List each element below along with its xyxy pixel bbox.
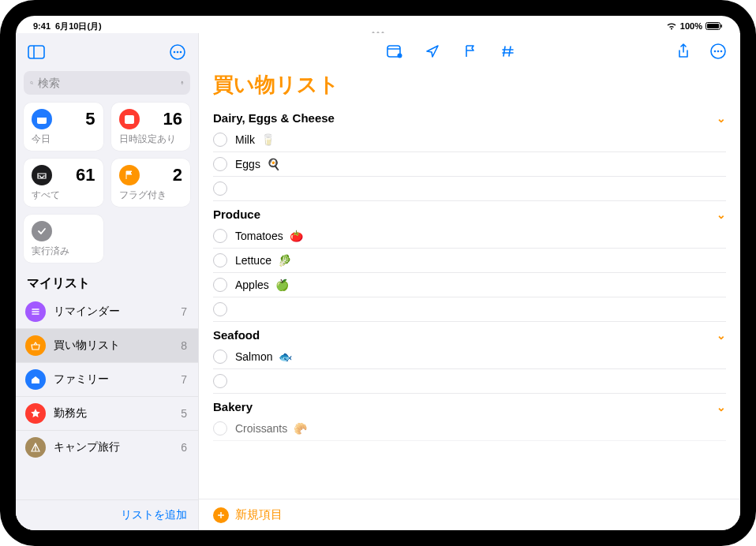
list-label: リマインダー: [54, 305, 173, 319]
all-count: 61: [76, 165, 95, 185]
section-produce: Produce ⌄ Tomatoes🍅 Lettuce🥬: [213, 203, 726, 322]
my-lists-header: マイリスト: [16, 271, 198, 295]
sidebar-list-reminders[interactable]: リマインダー 7: [16, 295, 198, 329]
screen: 9:41 6月10日(月) 100%: [16, 16, 740, 530]
chevron-down-icon: ⌄: [717, 329, 726, 342]
plus-circle-icon: ＋: [213, 507, 229, 523]
toolbar-location-button[interactable]: [421, 40, 443, 62]
item-emoji: 🥐: [294, 422, 307, 435]
item-text: Apples: [235, 279, 269, 291]
item-emoji: 🥛: [261, 133, 275, 146]
sidebar-toggle-button[interactable]: [25, 41, 47, 63]
checkbox[interactable]: [213, 278, 227, 292]
more-button[interactable]: [707, 40, 729, 62]
reminder-item[interactable]: Milk🥛: [213, 128, 726, 152]
svg-point-6: [174, 51, 176, 54]
reminder-item[interactable]: Eggs🍳: [213, 152, 726, 177]
star-icon: [25, 403, 46, 424]
sidebar-more-button[interactable]: [167, 41, 189, 63]
share-button[interactable]: [672, 40, 694, 62]
flag-icon: [119, 165, 140, 185]
checkbox[interactable]: [213, 229, 227, 243]
checkbox[interactable]: [213, 133, 227, 147]
mic-icon[interactable]: [181, 77, 184, 89]
reminder-empty-row[interactable]: [213, 177, 726, 201]
ellipsis-circle-icon: [709, 43, 727, 60]
checkbox[interactable]: [213, 421, 227, 436]
svg-rect-1: [707, 24, 719, 28]
search-input[interactable]: [38, 77, 176, 89]
reminder-item[interactable]: Apples🍏: [213, 273, 726, 297]
reminder-item[interactable]: Salmon🐟: [213, 345, 726, 369]
sidebar-list-camping[interactable]: キャンプ旅行 6: [16, 431, 198, 464]
section-title: Dairy, Eggs & Cheese: [213, 111, 335, 125]
ipad-frame: 9:41 6月10日(月) 100%: [0, 0, 756, 546]
toolbar-tag-button[interactable]: [497, 40, 519, 62]
item-text: Milk: [235, 133, 255, 146]
reminder-item[interactable]: Croissants🥐: [213, 417, 726, 441]
smart-list-all[interactable]: 61 すべて: [24, 159, 103, 207]
section-title: Produce: [213, 208, 260, 221]
item-text: Croissants: [235, 422, 287, 435]
section-header[interactable]: Seafood ⌄: [213, 323, 726, 345]
item-text: Eggs: [235, 158, 260, 170]
svg-line-10: [32, 84, 33, 84]
wifi-icon: [666, 22, 677, 30]
section-dairy: Dairy, Eggs & Cheese ⌄ Milk🥛 Eggs🍳: [213, 107, 726, 201]
checkbox[interactable]: [213, 253, 227, 267]
svg-point-8: [180, 51, 182, 54]
reminder-empty-row[interactable]: [213, 297, 726, 322]
scheduled-count: 16: [163, 109, 182, 129]
section-header[interactable]: Bakery ⌄: [213, 395, 726, 417]
sidebar: 5 今日 16 日時設定あり: [16, 33, 199, 530]
flagged-count: 2: [173, 165, 182, 185]
svg-point-17: [398, 54, 402, 58]
item-emoji: 🍅: [290, 230, 303, 242]
battery-icon: [705, 22, 723, 30]
svg-rect-3: [28, 46, 44, 58]
section-bakery: Bakery ⌄ Croissants🥐: [213, 395, 726, 441]
section-header[interactable]: Dairy, Eggs & Cheese ⌄: [213, 107, 726, 128]
svg-rect-14: [125, 115, 134, 124]
basket-icon: [25, 335, 46, 356]
reminder-empty-row[interactable]: [213, 369, 726, 394]
smart-list-flagged[interactable]: 2 フラグ付き: [111, 159, 191, 207]
main-panel: 買い物リスト Dairy, Eggs & Cheese ⌄ Milk🥛: [199, 33, 740, 530]
checkbox[interactable]: [213, 374, 227, 388]
sidebar-list-work[interactable]: 勤務先 5: [16, 397, 198, 431]
item-emoji: 🍳: [267, 158, 280, 170]
svg-rect-13: [37, 115, 47, 118]
item-emoji: 🍏: [275, 279, 289, 291]
search-field[interactable]: [24, 71, 190, 95]
toolbar-calendar-button[interactable]: [384, 40, 406, 62]
ellipsis-circle-icon: [169, 43, 186, 61]
sidebar-icon: [28, 45, 45, 59]
add-list-button[interactable]: リストを追加: [16, 499, 198, 530]
smart-list-completed[interactable]: 実行済み: [24, 215, 103, 263]
list-label: ファミリー: [54, 372, 173, 387]
checkmark-icon: [32, 221, 52, 241]
item-text: Tomatoes: [235, 230, 283, 242]
toolbar-flag-button[interactable]: [459, 40, 481, 62]
checkbox[interactable]: [213, 350, 227, 364]
section-header[interactable]: Produce ⌄: [213, 203, 726, 224]
smart-list-scheduled[interactable]: 16 日時設定あり: [111, 103, 191, 151]
svg-rect-2: [721, 24, 723, 28]
sidebar-list-family[interactable]: ファミリー 7: [16, 363, 198, 397]
tray-icon: [32, 165, 52, 185]
new-reminder-button[interactable]: ＋ 新規項目: [199, 499, 740, 530]
hash-icon: [501, 44, 515, 58]
checkbox[interactable]: [213, 157, 227, 171]
list-count: 5: [181, 407, 187, 420]
flagged-label: フラグ付き: [119, 189, 183, 202]
checkbox[interactable]: [213, 302, 227, 316]
item-emoji: 🐟: [279, 350, 292, 363]
reminder-item[interactable]: Lettuce🥬: [213, 249, 726, 273]
svg-point-20: [717, 50, 720, 53]
reminder-item[interactable]: Tomatoes🍅: [213, 224, 726, 249]
checkbox[interactable]: [213, 181, 227, 196]
sidebar-list-shopping[interactable]: 買い物リスト 8: [16, 329, 198, 363]
section-title: Seafood: [213, 328, 260, 342]
smart-list-today[interactable]: 5 今日: [24, 103, 103, 151]
item-emoji: 🥬: [278, 254, 291, 267]
